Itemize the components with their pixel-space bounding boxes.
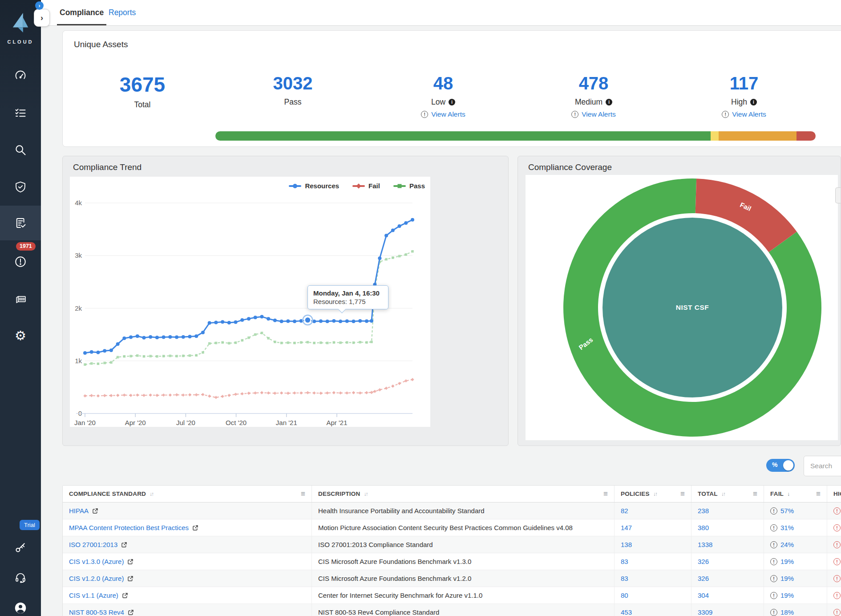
stat-value: 117	[669, 74, 819, 92]
view-alerts-link-medium[interactable]: !View Alerts	[518, 110, 669, 118]
policies-count-link[interactable]: 138	[621, 541, 632, 548]
column-menu-icon[interactable]: ≡	[301, 490, 305, 498]
description-text: Health Insurance Portability and Account…	[318, 507, 485, 515]
external-link-icon[interactable]	[127, 575, 133, 582]
standard-link[interactable]: NIST 800-53 Rev4	[69, 608, 124, 616]
total-count-link[interactable]: 326	[698, 575, 709, 582]
sort-icon[interactable]: ↓↑	[653, 491, 657, 497]
fail-percent-link[interactable]: 24%	[780, 541, 794, 548]
resources-marker-icon	[289, 185, 301, 187]
sidebar-item-alerts[interactable]: 1971	[0, 247, 41, 276]
column-header-fail[interactable]: FAIL↓≡	[764, 486, 827, 502]
external-link-icon[interactable]	[92, 508, 98, 514]
tab-reports[interactable]: Reports	[106, 0, 138, 25]
legend-item-fail[interactable]: Fail	[352, 182, 380, 190]
column-header-high[interactable]: HIGH	[827, 486, 841, 502]
policies-count-link[interactable]: 453	[621, 608, 632, 616]
sidebar-item-investigate[interactable]	[0, 136, 41, 164]
standard-link[interactable]: MPAA Content Protection Best Practices	[69, 524, 189, 531]
trial-badge: Trial	[20, 520, 40, 530]
total-count-link[interactable]: 1338	[698, 541, 712, 548]
sidebar-item-dashboard[interactable]	[0, 62, 41, 91]
external-link-icon[interactable]	[192, 525, 198, 531]
sort-icon[interactable]: ↓↑	[721, 491, 725, 497]
external-link-icon[interactable]	[121, 542, 127, 548]
column-header-total[interactable]: TOTAL↓↑≡	[691, 486, 764, 502]
search-input[interactable]	[804, 456, 841, 476]
standard-link[interactable]: CIS v1.1 (Azure)	[69, 592, 118, 599]
policies-count-link[interactable]: 83	[621, 575, 628, 582]
total-count-link[interactable]: 380	[698, 524, 709, 531]
policies-count-link[interactable]: 147	[621, 524, 632, 531]
fail-percent-link[interactable]: 57%	[780, 507, 794, 515]
stat-value: 3032	[218, 74, 368, 92]
trend-title: Compliance Trend	[73, 162, 142, 172]
standard-link[interactable]: HIPAA	[69, 507, 89, 515]
policies-count-link[interactable]: 82	[621, 507, 628, 515]
cell-compliance-standard: CIS v1.2.0 (Azure)	[63, 570, 312, 587]
compliance-standards-table: COMPLIANCE STANDARD↓↑≡DESCRIPTION↓↑≡POLI…	[62, 485, 841, 616]
total-count-link[interactable]: 3309	[698, 608, 712, 616]
standard-link[interactable]: CIS v1.2.0 (Azure)	[69, 575, 124, 582]
tab-compliance[interactable]: Compliance	[57, 0, 106, 25]
svg-text:Jan '20: Jan '20	[74, 419, 96, 426]
sidebar-item-license[interactable]: Trial	[0, 533, 41, 562]
external-link-icon[interactable]	[128, 609, 134, 616]
legend-item-resources[interactable]: Resources	[289, 182, 339, 190]
column-menu-icon[interactable]: ≡	[753, 490, 757, 498]
fail-percent-link[interactable]: 31%	[780, 524, 794, 531]
sidebar-item-settings[interactable]: ⚙	[0, 321, 41, 350]
total-count-link[interactable]: 304	[698, 592, 709, 599]
sidebar-item-policies[interactable]	[0, 173, 41, 201]
panel-expand-handle[interactable]	[835, 187, 841, 203]
sidebar-item-compute[interactable]	[0, 285, 41, 313]
sidebar-item-inventory[interactable]	[0, 99, 41, 127]
coverage-title: Compliance Coverage	[528, 162, 612, 172]
sort-icon[interactable]: ↓↑	[364, 491, 367, 497]
standard-link[interactable]: CIS v1.3.0 (Azure)	[69, 558, 124, 565]
percent-toggle[interactable]: %	[766, 459, 795, 472]
total-count-link[interactable]: 326	[698, 558, 709, 565]
column-menu-icon[interactable]: ≡	[816, 490, 821, 498]
sort-desc-icon[interactable]: ↓	[787, 491, 789, 497]
policies-count-link[interactable]: 80	[621, 592, 628, 599]
stat-label: Medium	[575, 97, 602, 107]
fail-percent-link[interactable]: 19%	[780, 558, 794, 565]
svg-text:Apr '21: Apr '21	[326, 419, 347, 426]
cell-description: Motion Picture Association Content Secur…	[312, 519, 615, 536]
sort-icon[interactable]: ↓↑	[150, 491, 153, 497]
policies-count-link[interactable]: 83	[621, 558, 628, 565]
info-icon[interactable]: i	[750, 99, 757, 105]
gear-icon: ⚙	[15, 329, 26, 342]
external-link-icon[interactable]	[127, 559, 133, 565]
info-icon[interactable]: i	[449, 99, 455, 105]
sidebar-item-compliance[interactable]	[0, 206, 41, 240]
sidebar-item-profile[interactable]	[0, 594, 41, 616]
fail-percent-link[interactable]: 19%	[780, 575, 794, 582]
view-alerts-link-low[interactable]: !View Alerts	[368, 110, 518, 118]
external-link-icon[interactable]	[122, 592, 128, 599]
notification-dot[interactable]: ›	[35, 1, 44, 10]
total-count-link[interactable]: 238	[698, 507, 709, 515]
stat-high: 117Highi!View Alerts	[669, 74, 819, 118]
view-alerts-link-high[interactable]: !View Alerts	[669, 110, 819, 118]
view-alerts-label: View Alerts	[582, 110, 615, 118]
column-header-compliance-standard[interactable]: COMPLIANCE STANDARD↓↑≡	[63, 486, 312, 502]
cell-description: Health Insurance Portability and Account…	[312, 503, 615, 519]
cell-fail: !24%	[764, 536, 827, 553]
fail-percent-link[interactable]: 18%	[780, 608, 794, 616]
standard-link[interactable]: ISO 27001:2013	[69, 541, 117, 548]
info-icon[interactable]: i	[606, 99, 612, 105]
legend-item-pass[interactable]: Pass	[393, 182, 425, 190]
coverage-donut-chart: FailPassNIST CSF	[526, 175, 838, 440]
description-text: ISO 27001:2013 Compliance Standard	[318, 541, 433, 548]
view-alerts-label: View Alerts	[431, 110, 465, 118]
sidebar-expand-button[interactable]: ›	[34, 9, 50, 27]
column-menu-icon[interactable]: ≡	[680, 490, 685, 498]
column-menu-icon[interactable]: ≡	[603, 490, 608, 498]
fail-percent-link[interactable]: 19%	[780, 592, 794, 599]
cell-compliance-standard: HIPAA	[63, 503, 312, 519]
column-header-description[interactable]: DESCRIPTION↓↑≡	[312, 486, 615, 502]
column-header-policies[interactable]: POLICIES↓↑≡	[615, 486, 691, 502]
sidebar-item-support[interactable]	[0, 563, 41, 592]
